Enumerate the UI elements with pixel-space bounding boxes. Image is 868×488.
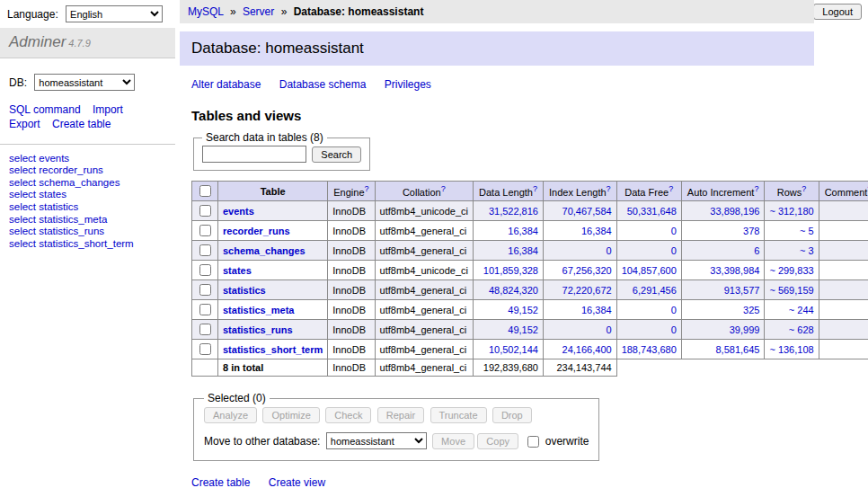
rows-count-link[interactable]: ~ 136,108 xyxy=(769,344,813,355)
help-icon[interactable]: ? xyxy=(533,184,537,193)
table-link[interactable]: statistics_short_term xyxy=(223,344,323,355)
table-link[interactable]: states xyxy=(223,265,252,276)
sidebar-link-select-recorder-runs[interactable]: select recorder_runs xyxy=(9,164,166,177)
database-schema-link[interactable]: Database schema xyxy=(279,78,367,91)
analyze-button[interactable]: Analyze xyxy=(204,407,257,423)
table-link[interactable]: schema_changes xyxy=(223,245,306,256)
row-checkbox[interactable] xyxy=(199,343,211,355)
export-link[interactable]: Export xyxy=(9,118,40,130)
rows-count-link[interactable]: ~ 5 xyxy=(800,226,814,236)
index-length-link[interactable]: 0 xyxy=(607,324,612,335)
help-icon[interactable]: ? xyxy=(669,184,673,193)
search-button[interactable]: Search xyxy=(312,146,361,163)
data-length-link[interactable]: 49,152 xyxy=(508,305,538,315)
rows-count-link[interactable]: ~ 312,180 xyxy=(769,206,813,217)
data-length-link[interactable]: 49,152 xyxy=(508,324,538,335)
auto-increment-link[interactable]: 8,581,645 xyxy=(715,344,759,355)
index-length-link[interactable]: 24,166,400 xyxy=(562,344,612,355)
auto-increment-link[interactable]: 6 xyxy=(754,245,759,256)
rows-count-link[interactable]: ~ 299,833 xyxy=(769,265,813,276)
help-icon[interactable]: ? xyxy=(365,184,369,193)
table-link[interactable]: recorder_runs xyxy=(223,226,290,236)
help-icon[interactable]: ? xyxy=(607,184,611,193)
sidebar-link-select-statistics[interactable]: select statistics xyxy=(9,201,166,214)
move-database-select[interactable]: homeassistant xyxy=(326,432,427,449)
row-checkbox[interactable] xyxy=(199,244,211,256)
data-length-link[interactable]: 16,384 xyxy=(508,226,538,236)
data-free-link[interactable]: 6,291,456 xyxy=(633,285,677,296)
index-length-link[interactable]: 67,256,320 xyxy=(562,265,612,276)
create-view-link[interactable]: Create view xyxy=(269,476,325,488)
move-button[interactable]: Move xyxy=(432,433,474,449)
data-free-link[interactable]: 0 xyxy=(671,324,677,335)
collation-cell: utf8mb4_general_ci xyxy=(375,320,473,340)
auto-increment-link[interactable]: 913,577 xyxy=(724,285,760,296)
data-length-link[interactable]: 10,502,144 xyxy=(489,344,538,355)
check-button[interactable]: Check xyxy=(325,407,371,423)
create-table-link[interactable]: Create table xyxy=(191,476,250,488)
sidebar-link-select-statistics-runs[interactable]: select statistics_runs xyxy=(9,226,166,238)
overwrite-checkbox[interactable] xyxy=(527,436,539,448)
breadcrumb-link-mysql[interactable]: MySQL xyxy=(188,5,224,18)
rows-count-link[interactable]: ~ 3 xyxy=(800,245,814,256)
row-checkbox[interactable] xyxy=(199,304,211,315)
sidebar-link-select-events[interactable]: select events xyxy=(9,153,166,165)
data-length-link[interactable]: 16,384 xyxy=(508,245,538,256)
auto-increment-link[interactable]: 33,398,984 xyxy=(710,265,759,276)
row-checkbox[interactable] xyxy=(199,264,211,276)
table-link[interactable]: events xyxy=(223,206,254,217)
create-table-link-sidebar[interactable]: Create table xyxy=(52,118,111,130)
sidebar-link-select-states[interactable]: select states xyxy=(9,189,166,201)
data-free-link[interactable]: 0 xyxy=(671,226,677,236)
privileges-link[interactable]: Privileges xyxy=(385,78,431,91)
table-link[interactable]: statistics_meta xyxy=(223,305,295,315)
row-checkbox[interactable] xyxy=(199,324,211,335)
breadcrumb-link-server[interactable]: Server xyxy=(243,5,274,18)
import-link[interactable]: Import xyxy=(93,103,123,116)
data-free-link[interactable]: 50,331,648 xyxy=(627,206,677,217)
row-checkbox[interactable] xyxy=(199,284,211,296)
sidebar-link-select-schema-changes[interactable]: select schema_changes xyxy=(9,177,166,190)
data-length-link[interactable]: 31,522,816 xyxy=(489,206,538,217)
alter-database-link[interactable]: Alter database xyxy=(191,78,261,91)
truncate-button[interactable]: Truncate xyxy=(430,407,487,423)
data-free-link[interactable]: 104,857,600 xyxy=(622,265,677,276)
data-length-link[interactable]: 48,824,320 xyxy=(489,285,538,296)
rows-count-link[interactable]: ~ 244 xyxy=(789,305,814,315)
optimize-button[interactable]: Optimize xyxy=(262,407,319,423)
sidebar-link-select-statistics-meta[interactable]: select statistics_meta xyxy=(9,214,166,226)
sql-command-link[interactable]: SQL command xyxy=(9,103,81,116)
index-length-link[interactable]: 70,467,584 xyxy=(562,206,612,217)
index-length-link[interactable]: 16,384 xyxy=(581,226,612,236)
overwrite-label[interactable]: overwrite xyxy=(545,435,589,448)
select-all-checkbox[interactable] xyxy=(199,185,211,197)
auto-increment-link[interactable]: 325 xyxy=(743,305,759,315)
repair-button[interactable]: Repair xyxy=(377,407,424,423)
data-length-link[interactable]: 101,859,328 xyxy=(483,265,538,276)
search-input[interactable] xyxy=(202,146,306,163)
index-length-link[interactable]: 16,384 xyxy=(581,305,612,315)
help-icon[interactable]: ? xyxy=(754,184,758,193)
rows-count-link[interactable]: ~ 628 xyxy=(789,324,814,335)
index-length-link[interactable]: 0 xyxy=(607,245,612,256)
help-icon[interactable]: ? xyxy=(441,184,446,193)
auto-increment-link[interactable]: 39,999 xyxy=(730,324,760,335)
language-select[interactable]: English xyxy=(66,5,163,22)
drop-button[interactable]: Drop xyxy=(492,407,532,423)
table-link[interactable]: statistics xyxy=(223,285,266,296)
row-checkbox[interactable] xyxy=(199,205,211,217)
rows-count-link[interactable]: ~ 569,159 xyxy=(769,285,813,296)
auto-increment-link[interactable]: 378 xyxy=(743,226,759,236)
copy-button[interactable]: Copy xyxy=(477,433,518,449)
data-free-link[interactable]: 0 xyxy=(671,305,677,315)
index-length-link[interactable]: 72,220,672 xyxy=(562,285,612,296)
auto-increment-link[interactable]: 33,898,196 xyxy=(710,206,759,217)
data-free-link[interactable]: 0 xyxy=(671,245,677,256)
table-link[interactable]: statistics_runs xyxy=(223,324,293,335)
data-free-link[interactable]: 188,743,680 xyxy=(622,344,677,355)
sidebar-link-select-statistics-short-term[interactable]: select statistics_short_term xyxy=(9,238,166,251)
db-select[interactable]: homeassistant xyxy=(34,74,135,91)
logout-button[interactable]: Logout xyxy=(813,4,862,20)
row-checkbox[interactable] xyxy=(199,225,211,236)
help-icon[interactable]: ? xyxy=(802,184,806,193)
